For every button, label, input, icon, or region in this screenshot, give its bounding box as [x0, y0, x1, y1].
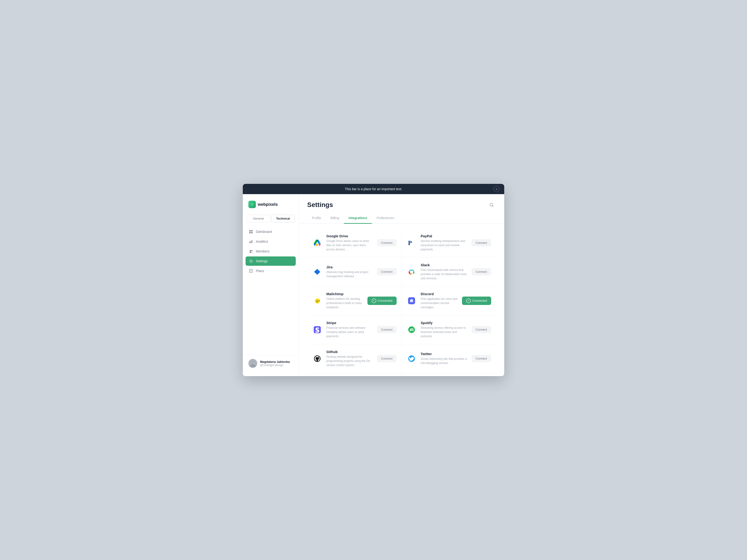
logo-icon	[248, 201, 256, 208]
tabs-nav: Profile Billing Integrations Preferences	[307, 214, 496, 223]
search-button[interactable]	[487, 201, 496, 209]
integration-desc: Online platform for sending professional…	[326, 297, 364, 310]
integration-card: Mailchimp Online platform for sending pr…	[307, 286, 402, 315]
dashboard-icon	[249, 230, 253, 234]
banner-close-button[interactable]: ×	[493, 186, 499, 192]
svg-point-24	[413, 273, 414, 274]
integration-connected-button[interactable]: Connected	[367, 297, 396, 305]
svg-rect-18	[410, 269, 413, 271]
integration-card: Trello Kanban-style web-based list build…	[402, 373, 496, 376]
sidebar-tab-general[interactable]: General	[247, 215, 270, 222]
integration-connected-button[interactable]: Connected	[462, 297, 491, 305]
nav-item-members[interactable]: Members	[246, 247, 296, 256]
integration-logo-twitter	[406, 353, 417, 364]
integration-card: Slack Free cloud-based web service that …	[402, 257, 496, 286]
integration-card: 𝐏 PayPal Service enabling entrepreneurs …	[402, 229, 496, 257]
svg-text:𝐏: 𝐏	[408, 239, 412, 246]
integration-logo-stripe	[312, 324, 323, 335]
header-top: Settings	[307, 201, 496, 209]
nav-item-analytics[interactable]: Analitics	[246, 237, 296, 246]
integration-desc: Google Drive allows users to store files…	[326, 239, 373, 251]
integration-info: Slack Free cloud-based web service that …	[421, 263, 468, 281]
integration-logo-gdrive	[312, 238, 323, 248]
plans-icon	[249, 269, 253, 273]
analytics-icon	[249, 239, 253, 244]
integrations-grid: Google Drive Google Drive allows users t…	[299, 224, 504, 376]
integration-info: PayPal Service enabling entrepreneurs an…	[421, 234, 468, 251]
integration-card: Spotify Streaming service offering acces…	[402, 315, 496, 344]
members-icon	[249, 249, 253, 254]
banner-text: This bar is a place for an important tex…	[345, 187, 402, 191]
integration-name: Discord	[421, 292, 458, 296]
integration-connect-button[interactable]: Connect	[471, 268, 491, 275]
sidebar-logo: webpixels	[243, 201, 299, 215]
svg-point-14	[253, 362, 254, 363]
integration-name: Twitter	[421, 352, 468, 356]
tab-profile[interactable]: Profile	[307, 214, 326, 224]
main-header: Settings Profile Billing	[299, 194, 504, 224]
integration-name: Slack	[421, 263, 468, 267]
integration-name: Google Drive	[326, 234, 373, 238]
integration-logo-mailchimp	[312, 295, 323, 306]
integration-connect-button[interactable]: Connect	[471, 326, 491, 333]
app-container: webpixels General Technical	[243, 194, 504, 376]
integration-card: Dropbox Dropbox allows users to store fi…	[307, 373, 402, 376]
svg-point-27	[318, 300, 318, 301]
svg-rect-0	[249, 230, 251, 232]
nav-item-dashboard[interactable]: Dahsboard	[246, 227, 296, 236]
integration-connect-button[interactable]: Connect	[377, 355, 396, 362]
integration-connect-button[interactable]: Connect	[377, 268, 396, 275]
integration-desc: Free cloud-based web service that provid…	[421, 268, 468, 281]
integration-info: Spotify Streaming service offering acces…	[421, 321, 468, 338]
integration-logo-github	[312, 353, 323, 364]
integration-desc: Financial services and software company …	[326, 326, 373, 338]
integration-connect-button[interactable]: Connect	[471, 355, 491, 362]
nav-label-members: Members	[256, 249, 269, 253]
integration-logo-spotify	[406, 324, 417, 335]
sidebar-nav: Dahsboard Analitics	[243, 227, 299, 355]
integration-logo-slack	[406, 266, 417, 277]
integration-info: Twitter Social networking site that prov…	[421, 352, 468, 365]
integration-card: Twitter Social networking site that prov…	[402, 344, 496, 373]
app-wrapper: This bar is a place for an important tex…	[243, 184, 504, 376]
user-avatar	[248, 359, 257, 368]
svg-rect-5	[251, 241, 251, 243]
svg-point-26	[316, 300, 317, 301]
sidebar-tab-technical[interactable]: Technical	[271, 215, 295, 222]
integration-info: Github Hosting website designed for prog…	[326, 350, 373, 367]
nav-item-settings[interactable]: Settings	[246, 257, 296, 266]
integration-desc: Social networking site that provides a m…	[421, 357, 468, 365]
nav-label-dashboard: Dahsboard	[256, 230, 272, 234]
integration-connect-button[interactable]: Connect	[471, 239, 491, 246]
integration-desc: Streaming service offering access to fre…	[421, 326, 468, 338]
integration-card: Discord Free application for voice and c…	[402, 286, 496, 315]
integration-info: Mailchimp Online platform for sending pr…	[326, 292, 364, 310]
tab-preferences[interactable]: Preferences	[372, 214, 399, 224]
integration-connect-button[interactable]: Connect	[377, 239, 396, 246]
integration-desc: Service enabling entrepreneurs and consu…	[421, 239, 468, 251]
integration-card: Stripe Financial services and software c…	[307, 315, 402, 344]
top-banner: This bar is a place for an important tex…	[243, 184, 504, 194]
integration-name: Github	[326, 350, 373, 354]
integration-logo-paypal: 𝐏	[406, 238, 417, 248]
svg-point-22	[409, 269, 411, 271]
integration-name: PayPal	[421, 234, 468, 238]
svg-point-7	[250, 250, 251, 251]
logo-text: webpixels	[258, 202, 278, 207]
integration-name: Mailchimp	[326, 292, 364, 296]
svg-point-8	[251, 250, 253, 251]
integration-card: Jira Atlassian bug tracking and project …	[307, 257, 402, 286]
svg-point-13	[252, 362, 253, 363]
nav-item-plans[interactable]: Plans	[246, 266, 296, 275]
svg-rect-6	[252, 240, 252, 243]
integration-connect-button[interactable]: Connect	[377, 326, 396, 333]
integration-logo-jira	[312, 266, 323, 277]
integration-card: Github Hosting website designed for prog…	[307, 344, 402, 373]
tab-billing[interactable]: Billing	[326, 214, 344, 224]
page-title: Settings	[307, 201, 333, 209]
tab-integrations[interactable]: Integrations	[344, 214, 372, 224]
sidebar-tabs: General Technical	[243, 215, 299, 227]
integration-info: Discord Free application for voice and c…	[421, 292, 458, 310]
integration-desc: Hosting website designed for programming…	[326, 355, 373, 367]
svg-rect-3	[251, 232, 253, 233]
